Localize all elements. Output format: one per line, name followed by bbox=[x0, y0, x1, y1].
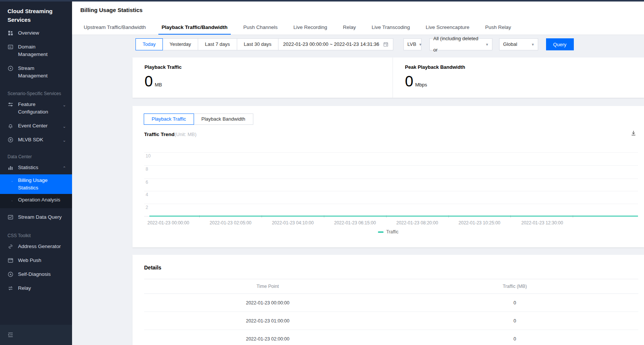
summary-stats-card: Playback Traffic 0MB Peak Playback Bandw… bbox=[132, 58, 644, 98]
region-select[interactable]: Global ▾ bbox=[499, 38, 538, 50]
table-row: 2022-01-23 00:00:00 0 bbox=[144, 294, 638, 312]
download-icon bbox=[630, 130, 636, 136]
range-button-last-30-days[interactable]: Last 30 days bbox=[237, 38, 279, 50]
sidebar-item-stream-management[interactable]: Stream Management bbox=[0, 65, 72, 80]
sidebar-item-label: Event Center bbox=[18, 122, 65, 130]
bullet-icon: · bbox=[11, 177, 13, 185]
sidebar-section-label: Data Center bbox=[8, 154, 72, 159]
sidebar-item-label: Feature Configuration bbox=[18, 101, 65, 116]
cell-time-point: 2022-01-23 00:00:00 bbox=[144, 300, 391, 306]
date-range-value: 2022-01-23 00:00:00 ~ 2022-01-23 14:31:3… bbox=[283, 39, 379, 50]
sidebar-subitem-label: Operation Analysis bbox=[18, 197, 60, 203]
sidebar-item-label: Stream Management bbox=[18, 65, 65, 80]
gridline bbox=[144, 165, 638, 166]
tab-upstream-traffic-bandwidth[interactable]: Upstream Traffic/Bandwidth bbox=[80, 24, 149, 35]
sidebar-item-relay[interactable]: Relay bbox=[0, 284, 72, 292]
cell-traffic: 0 bbox=[391, 318, 639, 324]
sidebar-item-domain-management[interactable]: W. Domain Management bbox=[0, 43, 72, 58]
sidebar-item-label: Domain Management bbox=[18, 43, 65, 58]
x-axis-labels: 2022-01-23 00:00:00 2022-01-23 02:05:00 … bbox=[144, 220, 638, 226]
tab-push-channels[interactable]: Push Channels bbox=[240, 24, 281, 35]
download-chart-button[interactable] bbox=[630, 130, 636, 138]
play-circle-icon bbox=[8, 65, 14, 71]
traffic-series-line bbox=[149, 216, 638, 216]
stat-unit: Mbps bbox=[415, 82, 427, 88]
date-range-picker[interactable]: 2022-01-23 00:00:00 ~ 2022-01-23 14:31:3… bbox=[278, 38, 393, 50]
column-header-time-point: Time Point bbox=[144, 284, 391, 289]
sidebar-subitem-operation-analysis[interactable]: · Operation Analysis bbox=[0, 194, 72, 206]
sidebar-item-label: Overview bbox=[18, 29, 65, 37]
legend-line-swatch bbox=[378, 232, 384, 233]
details-title: Details bbox=[144, 265, 161, 271]
sidebar-item-overview[interactable]: Overview bbox=[0, 29, 72, 37]
range-button-today[interactable]: Today bbox=[135, 38, 163, 50]
sidebar-item-event-center[interactable]: Event Center ⌄ bbox=[0, 122, 72, 130]
caret-down-icon: ▾ bbox=[419, 39, 421, 50]
sidebar-item-label: Stream Data Query bbox=[18, 213, 65, 221]
sliders-icon bbox=[8, 101, 14, 107]
chevron-down-icon: ⌄ bbox=[63, 101, 66, 109]
stat-label: Playback Traffic bbox=[144, 64, 393, 70]
gridline bbox=[144, 191, 638, 191]
sidebar-section-label: CSS Toolkit bbox=[8, 233, 72, 238]
sidebar-item-label: Web Push bbox=[18, 257, 65, 264]
gridline bbox=[144, 152, 638, 153]
region-select-value: Global bbox=[503, 39, 518, 50]
top-window-edge bbox=[0, 0, 644, 2]
tab-playback-traffic-bandwidth[interactable]: Playback Traffic/Bandwidth bbox=[158, 24, 231, 35]
sidebar-item-statistics[interactable]: Statistics ⌃ bbox=[0, 164, 72, 171]
calendar-icon bbox=[383, 42, 388, 47]
query-button[interactable]: Query bbox=[546, 38, 574, 50]
stat-value: 0MB bbox=[144, 73, 393, 90]
bar-chart-icon bbox=[8, 165, 14, 171]
sidebar-item-mlvb-sdk[interactable]: MLVB SDK ⌄ bbox=[0, 136, 72, 144]
bell-icon bbox=[8, 123, 14, 129]
column-header-traffic: Traffic (MB) bbox=[391, 284, 639, 289]
chart-title: Traffic Trend bbox=[144, 132, 175, 137]
cell-time-point: 2022-01-23 01:00:00 bbox=[144, 318, 391, 324]
collapse-sidebar-button[interactable] bbox=[0, 325, 72, 345]
sidebar-section-label: Scenario-Specific Services bbox=[8, 91, 72, 96]
chevron-down-icon: ⌄ bbox=[63, 123, 66, 130]
collapse-sidebar-icon bbox=[8, 332, 14, 337]
product-title: Cloud Streaming Services bbox=[0, 0, 72, 24]
y-axis-tick: 10 bbox=[146, 153, 150, 159]
sidebar-item-label: Statistics bbox=[18, 164, 65, 171]
y-axis-tick: 8 bbox=[146, 166, 148, 172]
line-chart-icon bbox=[8, 214, 14, 220]
sidebar-item-self-diagnosis[interactable]: Self-Diagnosis bbox=[0, 271, 72, 278]
product-select[interactable]: LVB ▾ bbox=[403, 38, 421, 50]
sidebar-item-feature-configuration[interactable]: Feature Configuration ⌄ bbox=[0, 101, 72, 116]
table-row: 2022-01-23 01:00:00 0 bbox=[144, 312, 638, 330]
tab-push-relay[interactable]: Push Relay bbox=[482, 24, 515, 35]
sidebar-subitem-billing-usage-statistics[interactable]: · Billing Usage Statistics bbox=[0, 174, 72, 194]
chart-legend[interactable]: Traffic bbox=[132, 229, 644, 235]
trend-chart-card: Playback Traffic Playback Bandwidth Traf… bbox=[132, 106, 644, 247]
details-card: Details Time Point Traffic (MB) 2022-01-… bbox=[132, 255, 644, 345]
swap-arrows-icon bbox=[8, 285, 14, 291]
diagnosis-icon bbox=[8, 271, 14, 277]
statistics-submenu: · Billing Usage Statistics · Operation A… bbox=[0, 174, 72, 208]
sidebar-item-label: Self-Diagnosis bbox=[18, 271, 65, 278]
tab-relay[interactable]: Relay bbox=[340, 24, 360, 35]
domain-filter-value: All (including deleted or bbox=[433, 33, 483, 56]
gridline bbox=[144, 204, 638, 204]
cell-traffic: 0 bbox=[391, 300, 639, 306]
page-title: Billing Usage Statistics bbox=[80, 7, 143, 13]
toggle-playback-bandwidth[interactable]: Playback Bandwidth bbox=[194, 113, 253, 125]
legend-label: Traffic bbox=[386, 229, 399, 235]
sidebar-item-address-generator[interactable]: Address Generator bbox=[0, 243, 72, 250]
y-axis-tick: 2 bbox=[146, 205, 148, 210]
stat-label: Peak Playback Bandwidth bbox=[405, 64, 644, 70]
cell-time-point: 2022-01-23 02:00:00 bbox=[144, 336, 391, 342]
sidebar-item-stream-data-query[interactable]: Stream Data Query bbox=[0, 213, 72, 221]
tab-live-recording[interactable]: Live Recording bbox=[290, 24, 331, 35]
range-button-yesterday[interactable]: Yesterday bbox=[163, 38, 198, 50]
sidebar-item-web-push[interactable]: Web Push bbox=[0, 257, 72, 264]
domain-filter-select[interactable]: All (including deleted or ▾ bbox=[429, 38, 492, 50]
stat-playback-traffic: Playback Traffic 0MB bbox=[132, 58, 393, 98]
chart-title-row: Traffic Trend(Unit: MB) bbox=[144, 131, 636, 138]
toggle-playback-traffic[interactable]: Playback Traffic bbox=[144, 113, 194, 125]
tab-live-transcoding[interactable]: Live Transcoding bbox=[368, 24, 413, 35]
range-button-last-7-days[interactable]: Last 7 days bbox=[198, 38, 237, 50]
